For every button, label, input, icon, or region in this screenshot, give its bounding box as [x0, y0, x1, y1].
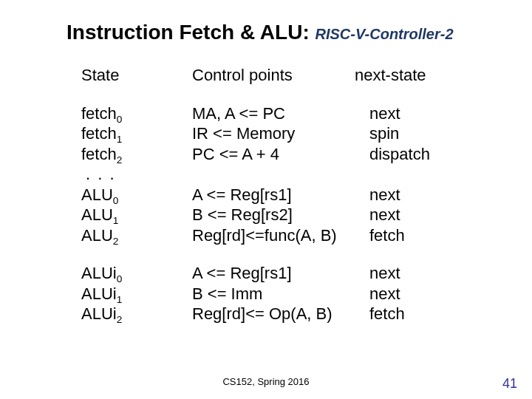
state-cell: ALU1 — [81, 205, 192, 225]
table-row: fetch0 MA, A <= PC next — [81, 103, 532, 124]
slide-title: Instruction Fetch & ALU: RISC-V-Controll… — [0, 21, 532, 44]
title-main: Instruction Fetch & ALU: — [66, 21, 310, 44]
state-cell: fetch1 — [81, 123, 192, 144]
table-row: . . . — [81, 164, 532, 185]
state-cell: fetch2 — [81, 144, 192, 165]
cp-cell: Reg[rd]<=func(A, B) — [192, 225, 355, 246]
state-cell: ALU0 — [81, 185, 192, 205]
table-row: ALU0 A <= Reg[rs1] next — [81, 185, 532, 205]
table-row: fetch1 IR <= Memory spin — [81, 123, 532, 144]
ellipsis-cell: . . . — [81, 164, 192, 185]
state-cell: fetch0 — [81, 103, 192, 124]
ns-cell: next — [355, 205, 473, 225]
state-cell: ALUi0 — [81, 263, 192, 284]
table-row: ALUi2 Reg[rd]<= Op(A, B) fetch — [81, 304, 532, 324]
cp-cell: B <= Reg[rs2] — [192, 205, 355, 225]
ns-cell: fetch — [355, 304, 473, 324]
table-row: fetch2 PC <= A + 4 dispatch — [81, 144, 532, 165]
slide-number: 41 — [502, 376, 517, 392]
cp-cell: B <= Imm — [192, 284, 355, 304]
slide-content: State Control points next-state fetch0 M… — [0, 65, 532, 324]
table-row: ALUi0 A <= Reg[rs1] next — [81, 263, 532, 284]
cp-cell: MA, A <= PC — [192, 103, 355, 124]
header-control-points: Control points — [192, 65, 355, 86]
header-state: State — [81, 65, 192, 86]
cp-cell: IR <= Memory — [192, 123, 355, 144]
ns-cell: dispatch — [355, 144, 473, 165]
slide: Instruction Fetch & ALU: RISC-V-Controll… — [0, 0, 532, 399]
state-cell: ALUi2 — [81, 304, 192, 324]
spacer — [81, 86, 532, 103]
header-next-state: next-state — [355, 65, 473, 86]
state-cell: ALU2 — [81, 225, 192, 246]
cp-cell: A <= Reg[rs1] — [192, 263, 355, 284]
ns-cell: fetch — [355, 225, 473, 246]
ns-cell: spin — [355, 123, 473, 144]
footer-course: CS152, Spring 2016 — [0, 376, 532, 387]
table-row: ALU2 Reg[rd]<=func(A, B) fetch — [81, 225, 532, 246]
cp-cell: Reg[rd]<= Op(A, B) — [192, 304, 355, 324]
ns-cell: next — [355, 103, 473, 124]
spacer — [81, 245, 532, 263]
table-row: ALUi1 B <= Imm next — [81, 284, 532, 304]
state-cell: ALUi1 — [81, 284, 192, 304]
title-accent: RISC-V-Controller-2 — [316, 26, 454, 42]
cp-cell: A <= Reg[rs1] — [192, 185, 355, 205]
ns-cell: next — [355, 185, 473, 205]
cp-cell: PC <= A + 4 — [192, 144, 355, 165]
header-row: State Control points next-state — [81, 65, 532, 86]
ns-cell: next — [355, 263, 473, 284]
ns-cell: next — [355, 284, 473, 304]
table-row: ALU1 B <= Reg[rs2] next — [81, 205, 532, 225]
